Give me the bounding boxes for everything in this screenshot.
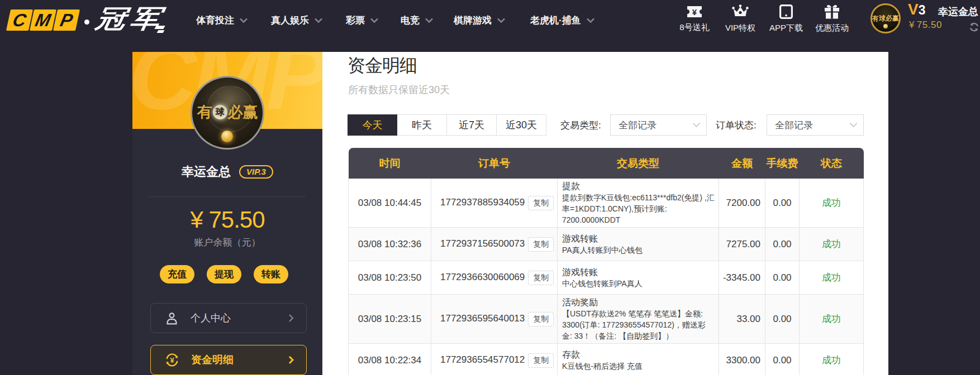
svg-text:¥: ¥ <box>170 356 174 364</box>
svg-text:¥: ¥ <box>692 7 697 17</box>
